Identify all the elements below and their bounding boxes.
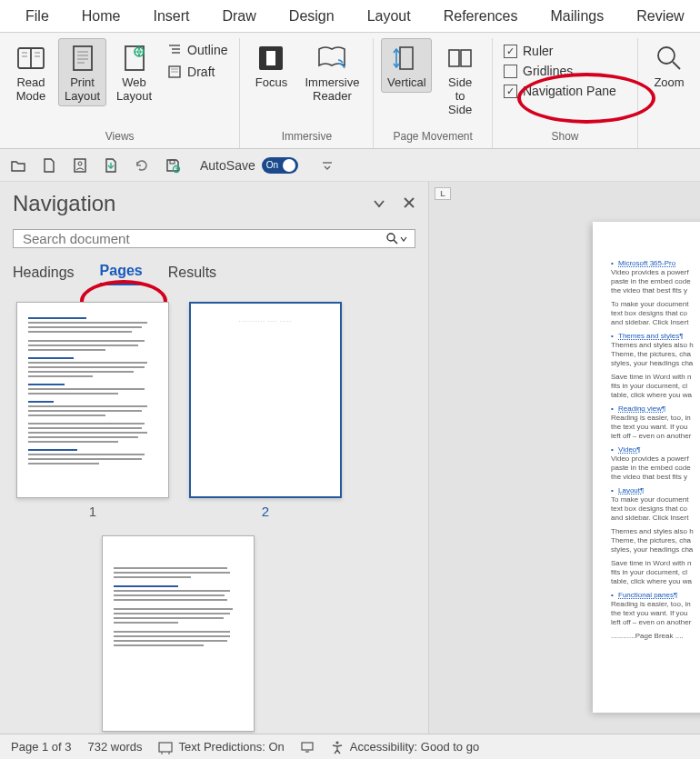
nav-tab-pages[interactable]: Pages bbox=[100, 263, 143, 285]
svg-rect-41 bbox=[302, 743, 313, 750]
autosave-label: AutoSave bbox=[200, 158, 255, 173]
svg-point-43 bbox=[335, 741, 338, 744]
toggle-switch-icon[interactable]: On bbox=[262, 157, 298, 174]
group-zoom: Zoom bbox=[638, 38, 700, 148]
navigation-pane-checkbox[interactable]: ✓ Navigation Pane bbox=[500, 82, 620, 100]
tab-references[interactable]: References bbox=[427, 3, 535, 30]
gridlines-label: Gridlines bbox=[523, 64, 573, 78]
export-icon[interactable] bbox=[102, 156, 120, 175]
status-show-settings[interactable] bbox=[301, 741, 314, 754]
zoom-label: Zoom bbox=[654, 76, 684, 90]
svg-line-37 bbox=[394, 240, 397, 244]
svg-rect-6 bbox=[74, 46, 92, 70]
group-views: Read Mode Print Layout Web Layout bbox=[0, 38, 240, 148]
tab-review[interactable]: Review bbox=[620, 3, 700, 30]
tab-layout[interactable]: Layout bbox=[351, 3, 427, 30]
accessibility-icon bbox=[330, 740, 345, 754]
immersive-reader-icon bbox=[316, 43, 347, 74]
print-layout-label: Print Layout bbox=[65, 76, 100, 104]
svg-rect-26 bbox=[461, 50, 471, 66]
new-document-icon[interactable] bbox=[40, 156, 58, 175]
heading: Layout¶ bbox=[618, 486, 644, 494]
status-words[interactable]: 732 words bbox=[88, 740, 143, 754]
main-area: Navigation Headings Pages Results bbox=[0, 182, 700, 734]
print-layout-icon bbox=[67, 43, 98, 74]
svg-rect-25 bbox=[449, 50, 459, 66]
group-views-label: Views bbox=[105, 130, 135, 145]
svg-rect-38 bbox=[159, 743, 172, 752]
draft-label: Draft bbox=[187, 65, 215, 79]
document-area[interactable]: L •Microsoft 365-Pro Video provides a po… bbox=[429, 182, 700, 734]
status-accessibility[interactable]: Accessibility: Good to go bbox=[330, 740, 479, 754]
side-to-side-button[interactable]: Side to Side bbox=[435, 38, 485, 120]
svg-rect-22 bbox=[400, 47, 413, 69]
nav-tab-results[interactable]: Results bbox=[168, 265, 216, 285]
tab-file[interactable]: File bbox=[9, 3, 65, 30]
web-layout-label: Web Layout bbox=[116, 76, 152, 104]
group-immersive-label: Immersive bbox=[282, 130, 332, 145]
search-document-box[interactable] bbox=[13, 229, 415, 248]
immersive-reader-button[interactable]: Immersive Reader bbox=[298, 38, 365, 106]
status-page[interactable]: Page 1 of 3 bbox=[11, 740, 72, 754]
autosave-state: On bbox=[266, 160, 278, 170]
navigation-pane: Navigation Headings Pages Results bbox=[0, 182, 429, 734]
heading: Themes and styles¶ bbox=[618, 332, 683, 340]
display-settings-icon bbox=[301, 741, 314, 754]
print-layout-button[interactable]: Print Layout bbox=[58, 38, 106, 106]
status-text-predictions[interactable]: Text Predictions: On bbox=[158, 740, 284, 754]
document-page[interactable]: •Microsoft 365-Pro Video provides a powe… bbox=[593, 222, 700, 713]
vertical-button[interactable]: Vertical bbox=[381, 38, 432, 93]
read-mode-icon bbox=[15, 43, 46, 74]
page-thumbnail-3[interactable] bbox=[102, 535, 255, 732]
checkbox-checked-icon: ✓ bbox=[504, 45, 517, 58]
read-mode-label: Read Mode bbox=[16, 76, 46, 104]
close-icon[interactable] bbox=[403, 196, 415, 211]
page-thumbnails: 1 ··········· ···· ····· 2 bbox=[13, 302, 415, 732]
tab-home[interactable]: Home bbox=[65, 3, 137, 30]
web-layout-button[interactable]: Web Layout bbox=[110, 38, 158, 106]
collapse-icon[interactable] bbox=[372, 196, 386, 211]
tab-insert[interactable]: Insert bbox=[136, 3, 205, 30]
page-thumbnail-2-label: 2 bbox=[262, 504, 269, 519]
open-icon[interactable] bbox=[9, 156, 27, 175]
group-show: ✓ Ruler Gridlines ✓ Navigation Pane Show bbox=[493, 38, 638, 148]
autosave-toggle[interactable]: AutoSave On bbox=[200, 157, 298, 174]
search-icon[interactable] bbox=[386, 233, 407, 245]
group-page-movement: Vertical Side to Side Page Movement bbox=[374, 38, 493, 148]
gridlines-checkbox[interactable]: Gridlines bbox=[500, 62, 620, 80]
tab-design[interactable]: Design bbox=[273, 3, 351, 30]
side-to-side-icon bbox=[445, 43, 475, 74]
page-thumbnail-2[interactable]: ··········· ···· ····· bbox=[189, 302, 342, 498]
focus-icon bbox=[255, 43, 286, 74]
draft-icon bbox=[166, 64, 183, 80]
tab-draw[interactable]: Draw bbox=[205, 3, 272, 30]
page-thumbnail-1[interactable] bbox=[16, 302, 169, 498]
side-to-side-label: Side to Side bbox=[442, 76, 478, 117]
heading: Functional panes¶ bbox=[618, 591, 677, 599]
profile-icon[interactable] bbox=[71, 156, 89, 175]
svg-point-30 bbox=[78, 162, 82, 165]
save-icon[interactable] bbox=[164, 156, 182, 175]
read-mode-button[interactable]: Read Mode bbox=[7, 38, 55, 106]
heading: Reading view¶ bbox=[618, 404, 665, 413]
search-input[interactable] bbox=[21, 230, 386, 247]
tab-mailings[interactable]: Mailings bbox=[535, 3, 621, 30]
text-predictions-icon bbox=[158, 740, 173, 754]
draft-button[interactable]: Draft bbox=[162, 62, 232, 82]
nav-tab-headings[interactable]: Headings bbox=[13, 265, 75, 285]
focus-button[interactable]: Focus bbox=[247, 38, 295, 93]
group-immersive: Focus Immersive Reader Immersive bbox=[240, 38, 374, 148]
heading: Microsoft 365-Pro bbox=[618, 259, 675, 267]
ruler-checkbox[interactable]: ✓ Ruler bbox=[500, 42, 620, 60]
status-bar: Page 1 of 3 732 words Text Predictions: … bbox=[0, 734, 700, 759]
outline-button[interactable]: Outline bbox=[162, 40, 232, 60]
svg-line-28 bbox=[673, 62, 680, 69]
checkbox-unchecked-icon bbox=[504, 65, 517, 78]
zoom-icon bbox=[654, 43, 685, 74]
undo-icon[interactable] bbox=[133, 156, 151, 175]
svg-rect-21 bbox=[266, 51, 275, 65]
ruler-label: Ruler bbox=[523, 44, 553, 58]
customize-qat-icon[interactable] bbox=[318, 156, 336, 175]
vertical-label: Vertical bbox=[387, 76, 426, 90]
zoom-button[interactable]: Zoom bbox=[645, 38, 693, 93]
